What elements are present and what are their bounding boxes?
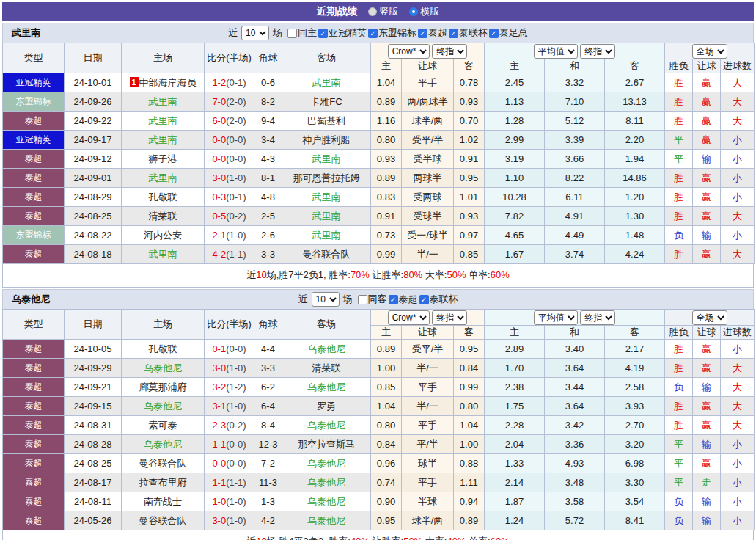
average-stage-select[interactable]: 终指 bbox=[580, 44, 615, 59]
home-team[interactable]: 武里南 bbox=[122, 245, 205, 264]
filter-checkbox[interactable]: ✓东盟锦标 bbox=[368, 26, 416, 40]
home-team[interactable]: 武里南 bbox=[122, 131, 205, 150]
away-team[interactable]: 武里南 bbox=[282, 188, 371, 207]
home-team[interactable]: 河内公安 bbox=[122, 226, 205, 245]
home-team[interactable]: 乌泰他尼 bbox=[122, 435, 205, 454]
average-select[interactable]: 平均值 bbox=[534, 310, 578, 325]
scope-select-group: 全场 bbox=[665, 310, 755, 326]
corner-score: 2-5 bbox=[254, 207, 282, 226]
home-team[interactable]: 武里南 bbox=[122, 112, 205, 131]
average-stage-select[interactable]: 终指 bbox=[580, 310, 615, 325]
handicap-home-odds: 0.89 bbox=[371, 340, 402, 359]
away-team[interactable]: 那空拉查斯马 bbox=[282, 435, 371, 454]
home-team[interactable]: 素可泰 bbox=[122, 416, 205, 435]
avg-away-odds: 2.20 bbox=[605, 131, 665, 150]
bookmaker-select[interactable]: Crow* bbox=[388, 310, 430, 325]
match-date: 24-08-18 bbox=[65, 245, 122, 264]
away-team[interactable]: 罗勇 bbox=[282, 397, 371, 416]
filter-checkbox[interactable]: ✓泰超 bbox=[418, 26, 447, 40]
away-team[interactable]: 那可恩普拉托姆 bbox=[282, 169, 371, 188]
home-team[interactable]: 武里南 bbox=[122, 169, 205, 188]
away-team[interactable]: 卡雅FC bbox=[282, 92, 371, 112]
filter-checkbox[interactable]: ✓泰联杯 bbox=[419, 293, 458, 306]
league-badge: 泰超 bbox=[3, 378, 65, 397]
handicap-stage-select[interactable]: 终指 bbox=[432, 310, 467, 325]
handicap-away-odds: 0.85 bbox=[454, 245, 485, 264]
checkbox-icon[interactable]: ✓ bbox=[418, 29, 427, 38]
league-badge: 亚冠精英 bbox=[3, 131, 65, 150]
checkbox-icon[interactable]: ✓ bbox=[419, 295, 429, 304]
filter-checkbox[interactable]: 同客 bbox=[358, 293, 387, 306]
avg-home-odds: 1.24 bbox=[485, 511, 545, 530]
away-team[interactable]: 曼谷联合队 bbox=[282, 245, 371, 264]
home-team[interactable]: 孔敬联 bbox=[122, 188, 205, 207]
home-team[interactable]: 廊莫那浦府 bbox=[122, 378, 205, 397]
away-team[interactable]: 武里南 bbox=[282, 73, 371, 92]
checkbox-icon[interactable] bbox=[287, 29, 297, 38]
away-team[interactable]: 武里南 bbox=[282, 207, 371, 226]
checkbox-icon[interactable]: ✓ bbox=[449, 29, 458, 38]
home-team[interactable]: 1中部海岸海员 bbox=[122, 73, 205, 92]
average-select[interactable]: 平均值 bbox=[534, 44, 578, 59]
result-wdl: 胜 bbox=[665, 340, 693, 359]
home-team[interactable]: 乌泰他尼 bbox=[122, 397, 205, 416]
scope-select[interactable]: 全场 bbox=[692, 310, 727, 325]
col-avg-draw: 和 bbox=[545, 59, 605, 73]
home-team[interactable]: 狮子港 bbox=[122, 150, 205, 169]
away-team[interactable]: 神户胜利船 bbox=[282, 131, 371, 150]
home-team[interactable]: 乌泰他尼 bbox=[122, 359, 205, 378]
home-team[interactable]: 拉查布里府 bbox=[122, 473, 205, 492]
score: 3-2(1-2) bbox=[205, 378, 254, 397]
home-team[interactable]: 曼谷联合队 bbox=[122, 454, 205, 473]
match-count-select[interactable]: 10 bbox=[241, 26, 269, 40]
away-team[interactable]: 巴蜀基利 bbox=[282, 112, 371, 131]
match-row: 泰超24-09-22武里南6-0(2-0)9-4巴蜀基利1.16球半/两0.70… bbox=[3, 112, 755, 131]
checkbox-icon[interactable]: ✓ bbox=[389, 295, 398, 304]
away-team[interactable]: 武里南 bbox=[282, 226, 371, 245]
match-date: 24-09-12 bbox=[65, 150, 122, 169]
average-select-group: 平均值 终指 bbox=[485, 43, 665, 59]
layout-horizontal-option[interactable]: 横版 bbox=[409, 5, 440, 18]
layout-vertical-option[interactable]: 竖版 bbox=[368, 5, 399, 18]
handicap-line: 球半 bbox=[402, 454, 454, 473]
handicap-stage-select[interactable]: 终指 bbox=[432, 44, 467, 59]
summary-segment: 大率: bbox=[422, 536, 447, 540]
bookmaker-select[interactable]: Crow* bbox=[388, 44, 430, 59]
score: 0-0(0-0) bbox=[205, 454, 254, 473]
away-team[interactable]: 乌泰他尼 bbox=[282, 511, 371, 530]
home-team[interactable]: 孔敬联 bbox=[122, 340, 205, 359]
away-team[interactable]: 乌泰他尼 bbox=[282, 378, 371, 397]
away-team[interactable]: 乌泰他尼 bbox=[282, 340, 371, 359]
filter-checkbox[interactable]: ✓亚冠精英 bbox=[318, 26, 367, 40]
filter-checkbox[interactable]: ✓泰超 bbox=[389, 293, 418, 306]
away-team[interactable]: 乌泰他尼 bbox=[282, 492, 371, 511]
summary-segment: 近 bbox=[246, 269, 256, 280]
match-count-select[interactable]: 10 bbox=[312, 292, 340, 307]
away-team[interactable]: 清莱联 bbox=[282, 359, 371, 378]
filter-checkbox[interactable]: ✓泰联杯 bbox=[449, 26, 488, 40]
away-team[interactable]: 武里南 bbox=[282, 150, 371, 169]
col-hcp-line: 让球 bbox=[402, 59, 454, 73]
away-team[interactable]: 乌泰他尼 bbox=[282, 416, 371, 435]
handicap-away-odds: 0.70 bbox=[454, 112, 485, 131]
col-score: 比分(半场) bbox=[205, 43, 254, 73]
home-team[interactable]: 曼谷联合队 bbox=[122, 511, 205, 530]
filter-checkbox[interactable]: ✓泰足总 bbox=[489, 26, 528, 40]
home-team[interactable]: 武里南 bbox=[122, 92, 205, 112]
avg-home-odds: 2.14 bbox=[485, 473, 545, 492]
filter-checkbox[interactable]: 同主 bbox=[287, 26, 317, 40]
layout-horizontal-label: 横版 bbox=[421, 5, 440, 18]
radio-selected-icon[interactable] bbox=[409, 7, 418, 16]
scope-select[interactable]: 全场 bbox=[692, 44, 727, 59]
radio-unselected-icon[interactable] bbox=[368, 7, 377, 16]
avg-home-odds: 1.33 bbox=[485, 454, 545, 473]
checkbox-icon[interactable]: ✓ bbox=[489, 29, 499, 38]
checkbox-icon[interactable] bbox=[358, 295, 367, 304]
away-team[interactable]: 乌泰他尼 bbox=[282, 473, 371, 492]
home-team[interactable]: 清莱联 bbox=[122, 207, 205, 226]
checkbox-icon[interactable]: ✓ bbox=[368, 29, 378, 38]
home-team[interactable]: 南奔战士 bbox=[122, 492, 205, 511]
away-team[interactable]: 乌泰他尼 bbox=[282, 454, 371, 473]
handicap-line: 两球半 bbox=[402, 169, 454, 188]
checkbox-icon[interactable]: ✓ bbox=[318, 29, 328, 38]
